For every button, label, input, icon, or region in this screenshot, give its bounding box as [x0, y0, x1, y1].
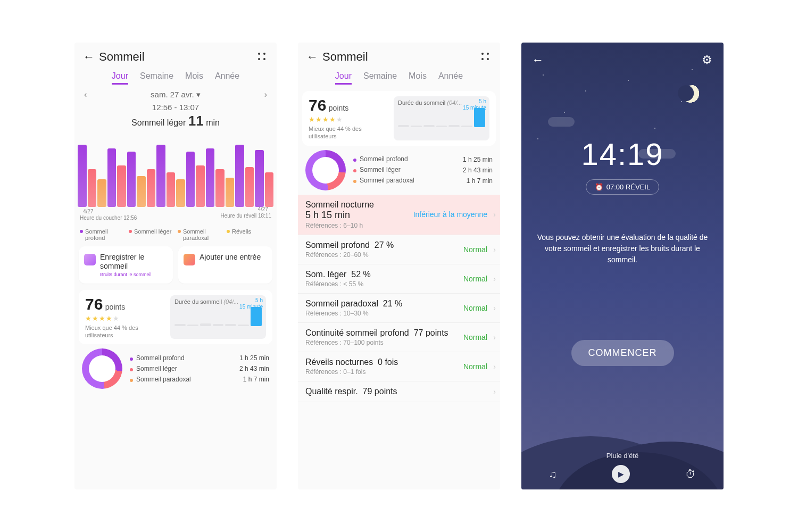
- moon-icon: [84, 254, 96, 265]
- record-sleep-card[interactable]: Enregistrer le sommeil Bruits durant le …: [79, 246, 173, 284]
- tab-jour[interactable]: Jour: [335, 71, 352, 85]
- header: ← ⚙: [521, 43, 724, 78]
- stars-decoration: [521, 43, 724, 489]
- phase-value: 2 h 43 min: [463, 167, 493, 174]
- phase-donut-chart[interactable]: [305, 150, 346, 190]
- metric-title: Sommeil nocturne: [305, 200, 493, 210]
- more-icon[interactable]: [255, 50, 269, 64]
- phase-label: Sommeil léger: [360, 167, 460, 173]
- page-title: Sommeil: [99, 50, 255, 64]
- alarm-pill[interactable]: ⏰ 07:00 RÉVEIL: [586, 179, 659, 195]
- tab-semaine[interactable]: Semaine: [363, 71, 397, 85]
- chevron-right-icon: ›: [493, 333, 496, 342]
- legend-label: Réveils: [232, 228, 251, 241]
- phase-value: 1 h 25 min: [463, 156, 493, 163]
- score-better-than: Mieux que 44 % des utilisateurs: [309, 125, 388, 140]
- phase-value: 2 h 43 min: [239, 365, 269, 372]
- alarm-icon: ⏰: [595, 183, 603, 191]
- metric-status: Normal: [463, 362, 487, 371]
- bed-date: 4/27: [83, 209, 93, 214]
- metric-row[interactable]: Réveils nocturnes 0 foisRéférences : 0–1…: [298, 352, 500, 381]
- metric-row[interactable]: Sommeil paradoxal 21 %Références : 10–30…: [298, 294, 500, 323]
- tab-semaine[interactable]: Semaine: [140, 71, 173, 85]
- tab-annee[interactable]: Année: [215, 71, 239, 85]
- record-sleep-label: Enregistrer le sommeil: [100, 253, 168, 271]
- more-icon[interactable]: [479, 50, 493, 64]
- record-sleep-sub: Bruits durant le sommeil: [100, 272, 168, 277]
- phase-label: Sommeil profond: [136, 355, 236, 362]
- back-button[interactable]: ←: [82, 50, 96, 64]
- tab-mois[interactable]: Mois: [409, 71, 427, 85]
- score-value: 76: [309, 96, 326, 114]
- phase-value: 1 h 7 min: [243, 376, 269, 383]
- tab-jour[interactable]: Jour: [112, 71, 128, 85]
- chart-legend: Sommeil profondSommeil légerSommeil para…: [74, 225, 277, 246]
- sleep-score-card[interactable]: 76 points ★★★★★ Mieux que 44 % des utili…: [79, 290, 272, 345]
- note-icon: [184, 254, 195, 265]
- back-button[interactable]: ←: [305, 50, 319, 64]
- metric-row[interactable]: Continuité sommeil profond 77 pointsRéfé…: [298, 323, 500, 352]
- play-button[interactable]: ▶: [612, 465, 630, 483]
- prev-day-button[interactable]: ‹: [84, 90, 87, 99]
- chevron-right-icon: ›: [493, 245, 496, 254]
- header: ← Sommeil: [298, 43, 500, 66]
- tab-mois[interactable]: Mois: [185, 71, 203, 85]
- chevron-right-icon: ›: [493, 362, 496, 371]
- metric-reference: Références : 6–10 h: [305, 222, 493, 229]
- current-time: 14:19: [521, 136, 724, 172]
- score-better-than: Mieux que 44 % des utilisateurs: [85, 324, 165, 339]
- sleep-score-card[interactable]: 76 points ★★★★★ Mieux que 44 % des utili…: [302, 91, 496, 146]
- date-nav: ‹ sam. 27 avr. ▾ ›: [74, 88, 277, 102]
- timer-icon[interactable]: ⏱: [685, 468, 696, 480]
- score-stars: ★★★★★: [309, 115, 343, 123]
- highlight-value: Sommeil léger 11 min: [74, 113, 277, 129]
- screen-sleep-tracker: ← ⚙ 14:19 ⏰ 07:00 RÉVEIL Vous pouvez obt…: [521, 43, 724, 489]
- range-tabs: Jour Semaine Mois Année: [298, 66, 500, 88]
- duration-mini-chart[interactable]: Durée du sommeil (04/... 5 h15 minute: [394, 96, 489, 140]
- settings-icon[interactable]: ⚙: [700, 53, 714, 67]
- range-tabs: Jour Semaine Mois Année: [74, 66, 277, 88]
- phase-label: Sommeil paradoxal: [136, 376, 240, 383]
- metric-status: Normal: [463, 304, 487, 312]
- next-day-button[interactable]: ›: [264, 90, 267, 99]
- legend-label: Sommeil léger: [134, 228, 171, 241]
- bed-time-label: Heure du coucher 12:56: [80, 215, 137, 221]
- phase-label: Sommeil léger: [136, 365, 236, 372]
- metric-row[interactable]: Sommeil nocturne5 h 15 minRéférences : 6…: [298, 195, 500, 235]
- metric-row[interactable]: Sommeil profond 27 %Références : 20–60 %…: [298, 235, 500, 264]
- page-title: Sommeil: [322, 50, 479, 64]
- start-button[interactable]: COMMENCER: [571, 340, 674, 366]
- sleep-hypnogram-chart[interactable]: 4/27 Heure du coucher 12:56 4/27 Heure d…: [78, 138, 273, 207]
- wake-date: 4/27: [258, 206, 268, 212]
- player-bar: ♫ ▶ ⏱: [521, 465, 724, 483]
- screen-sleep-day: ← Sommeil Jour Semaine Mois Année ‹ sam.…: [74, 43, 277, 489]
- chevron-right-icon: ›: [493, 304, 496, 312]
- score-stars: ★★★★★: [85, 314, 120, 322]
- metric-row[interactable]: Qualité respir. 79 points›: [298, 381, 500, 402]
- action-cards: Enregistrer le sommeil Bruits durant le …: [74, 246, 277, 284]
- moon-icon: [680, 82, 705, 107]
- score-value: 76: [85, 295, 103, 313]
- metric-row[interactable]: Som. léger 52 %Références : < 55 %Normal…: [298, 264, 500, 294]
- back-button[interactable]: ←: [531, 53, 545, 67]
- tab-annee[interactable]: Année: [438, 71, 463, 85]
- add-entry-label: Ajouter une entrée: [200, 253, 261, 262]
- playlist-icon[interactable]: ♫: [549, 468, 557, 480]
- chevron-right-icon: ›: [493, 275, 496, 283]
- phase-donut-chart[interactable]: [82, 348, 122, 389]
- phase-value: 1 h 25 min: [239, 354, 269, 362]
- phase-value: 1 h 7 min: [467, 177, 493, 185]
- legend-label: Sommeil profond: [85, 228, 124, 241]
- metric-title: Qualité respir. 79 points: [305, 387, 493, 396]
- metric-status: Normal: [463, 333, 487, 342]
- add-entry-card[interactable]: Ajouter une entrée: [178, 246, 272, 284]
- chevron-right-icon: ›: [493, 210, 496, 219]
- date-label[interactable]: sam. 27 avr.: [151, 90, 194, 99]
- phase-label: Sommeil paradoxal: [360, 177, 463, 184]
- duration-mini-chart[interactable]: Durée du sommeil (04/... 5 h15 minute: [170, 295, 266, 339]
- metric-status: Normal: [463, 245, 487, 254]
- cloud-decoration: [548, 117, 575, 127]
- sound-track-name: Pluie d'été: [521, 452, 724, 460]
- cloud-decoration: [638, 149, 676, 159]
- phase-label: Sommeil profond: [360, 156, 460, 163]
